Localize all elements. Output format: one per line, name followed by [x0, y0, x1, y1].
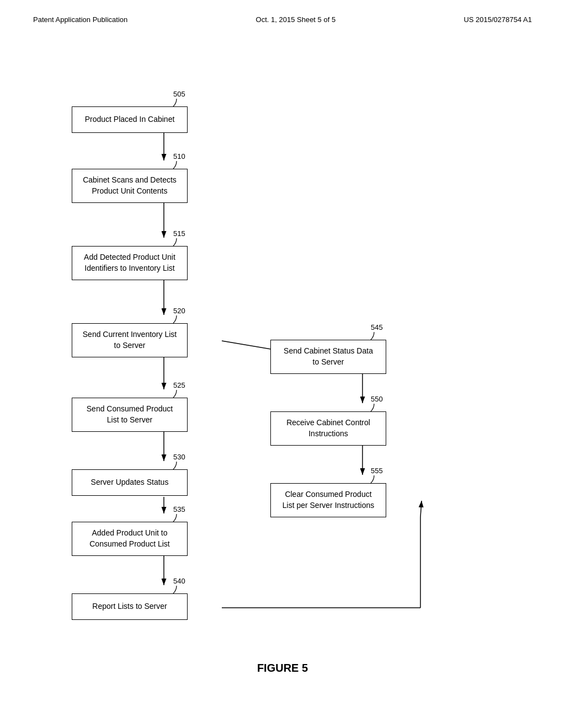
- svg-text:550: 550: [371, 395, 383, 403]
- svg-text:525: 525: [173, 381, 185, 389]
- node-525: Send Consumed Product List to Server: [72, 398, 188, 432]
- svg-text:520: 520: [173, 307, 185, 315]
- figure-caption: FIGURE 5: [257, 662, 308, 675]
- node-520: Send Current Inventory List to Server: [72, 323, 188, 357]
- node-510: Cabinet Scans and Detects Product Unit C…: [72, 169, 188, 203]
- node-530: Server Updates Status: [72, 469, 188, 496]
- svg-text:510: 510: [173, 152, 185, 160]
- svg-text:540: 540: [173, 577, 185, 585]
- node-515: Add Detected Product Unit Identifiers to…: [72, 246, 188, 280]
- svg-text:505: 505: [173, 90, 185, 98]
- node-540: Report Lists to Server: [72, 593, 188, 620]
- node-545: Send Cabinet Status Data to Server: [270, 340, 386, 374]
- node-555: Clear Consumed Product List per Server I…: [270, 483, 386, 517]
- svg-line-24: [420, 501, 422, 517]
- svg-text:515: 515: [173, 229, 185, 238]
- svg-text:535: 535: [173, 505, 185, 513]
- svg-text:530: 530: [173, 453, 185, 461]
- node-550: Receive Cabinet Control Instructions: [270, 411, 386, 446]
- header-middle: Oct. 1, 2015 Sheet 5 of 5: [256, 15, 336, 24]
- svg-text:555: 555: [371, 467, 383, 475]
- node-505: Product Placed In Cabinet: [72, 106, 188, 133]
- header-left: Patent Application Publication: [33, 15, 127, 24]
- page-header: Patent Application Publication Oct. 1, 2…: [0, 0, 565, 24]
- header-right: US 2015/0278754 A1: [463, 15, 532, 24]
- diagram-container: 505 510 515 520 525 530 535: [0, 35, 565, 697]
- node-535: Added Product Unit to Consumed Product L…: [72, 522, 188, 556]
- svg-text:545: 545: [371, 323, 383, 331]
